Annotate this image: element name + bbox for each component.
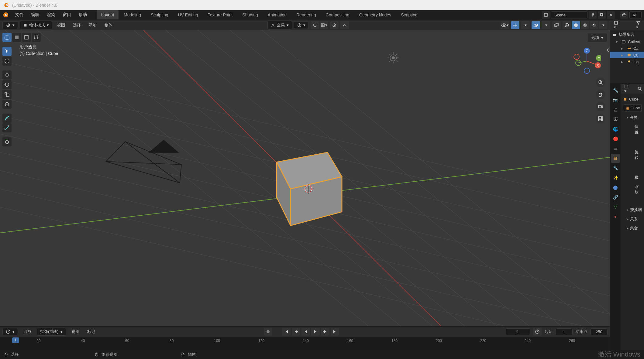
chevron-down-icon[interactable]: ▾ <box>616 39 619 44</box>
timeline-view[interactable]: 视图 <box>69 328 82 335</box>
camera-view-button[interactable] <box>596 102 605 111</box>
pivot-dropdown[interactable]: ▾ <box>294 21 309 29</box>
outliner-filter[interactable]: ▾ <box>634 20 642 30</box>
tool-move[interactable] <box>2 70 12 80</box>
chevron-right-icon[interactable]: ▸ <box>621 53 625 57</box>
tab-texture-paint[interactable]: Texture Paint <box>203 10 237 19</box>
object-name-field[interactable]: ▦ Cube <box>623 104 642 111</box>
3d-viewport[interactable]: + 用户透视 (1) Collection | Cube 选项▾ X Y Z <box>0 30 610 326</box>
prop-tab-collection[interactable]: ▭ <box>611 144 620 153</box>
shading-solid[interactable] <box>572 21 580 29</box>
tab-sculpting[interactable]: Sculpting <box>146 10 173 19</box>
tool-annotate[interactable] <box>2 114 12 123</box>
pin-scene-button[interactable] <box>589 11 597 19</box>
shading-material[interactable] <box>581 21 589 29</box>
tab-uv-editing[interactable]: UV Editing <box>173 10 202 19</box>
tool-rotate[interactable] <box>2 80 12 89</box>
tab-layout[interactable]: Layout <box>97 10 119 19</box>
outliner-scene-collection[interactable]: 场景集合 <box>610 31 644 38</box>
clock-icon[interactable] <box>533 328 542 336</box>
jump-end-button[interactable] <box>331 328 339 336</box>
timeline-keying-dropdown[interactable]: 抠像(插轨) ▾ <box>37 328 66 336</box>
mode-dropdown[interactable]: 物体模式▾ <box>20 21 52 29</box>
scene-browse-button[interactable] <box>542 11 550 19</box>
prop-tab-world[interactable]: 🔴 <box>611 134 620 143</box>
timeline-playback[interactable]: 回放 <box>21 328 34 335</box>
tab-compositing[interactable]: Compositing <box>321 10 354 19</box>
overlay-toggle[interactable] <box>532 21 540 29</box>
select-box-tool[interactable] <box>2 33 12 42</box>
header-add[interactable]: 添加 <box>86 21 100 29</box>
proportional-edit-toggle[interactable] <box>330 21 339 29</box>
timeline-marker[interactable]: 标记 <box>85 328 98 335</box>
prop-tab-data[interactable]: ▽ <box>611 202 620 211</box>
outliner-item-cube[interactable]: ▸ Cu <box>610 52 644 58</box>
viewport-options-dropdown[interactable]: 选项▾ <box>588 33 607 42</box>
prop-tab-particles[interactable]: ✨ <box>611 173 620 182</box>
tool-measure[interactable] <box>2 123 12 132</box>
menu-help[interactable]: 帮助 <box>75 10 90 19</box>
timeline-editor-type[interactable]: ▾ <box>2 328 18 335</box>
xray-toggle[interactable] <box>552 21 561 29</box>
autokey-toggle[interactable] <box>264 328 272 336</box>
snap-toggle[interactable] <box>311 21 319 29</box>
menu-edit[interactable]: 编辑 <box>28 10 43 19</box>
tab-modeling[interactable]: Modeling <box>119 10 146 19</box>
chevron-right-icon[interactable]: ▸ <box>621 46 625 51</box>
prop-section-relations[interactable]: ▸关系 <box>622 214 642 224</box>
keyframe-next-button[interactable] <box>321 328 329 336</box>
shading-dropdown[interactable]: ▾ <box>599 21 608 29</box>
tool-select[interactable] <box>2 47 12 56</box>
menu-window[interactable]: 窗口 <box>60 10 74 19</box>
prop-tab-material[interactable]: ● <box>611 212 620 221</box>
delete-scene-button[interactable] <box>607 11 615 19</box>
prop-tab-scene[interactable]: 🌐 <box>611 125 620 134</box>
header-view[interactable]: 视图 <box>54 21 68 29</box>
tab-geometry-nodes[interactable]: Geometry Nodes <box>354 10 396 19</box>
play-button[interactable] <box>311 328 320 336</box>
perspective-toggle-button[interactable] <box>596 114 605 124</box>
tool-scale[interactable] <box>2 90 12 99</box>
orientation-dropdown[interactable]: 全局▾ <box>267 21 292 29</box>
gizmo-toggle[interactable] <box>511 21 519 29</box>
zoom-button[interactable] <box>596 77 605 87</box>
outliner-item-camera[interactable]: ▸ Ca <box>610 45 644 52</box>
shading-wireframe[interactable] <box>563 21 571 29</box>
visibility-dropdown[interactable]: ▾ <box>501 21 509 29</box>
prop-tab-viewlayer[interactable]: 🖼 <box>611 115 620 124</box>
tool-add-primitive[interactable]: + <box>2 137 12 146</box>
properties-editor-type[interactable]: ▾ <box>622 84 630 94</box>
viewlayer-browse-button[interactable] <box>620 11 628 19</box>
header-select[interactable]: 选择 <box>70 21 84 29</box>
prop-section-delta[interactable]: ▸变换增 <box>622 205 642 214</box>
navigation-gizmo[interactable]: X Y Z <box>573 47 601 75</box>
tab-shading[interactable]: Shading <box>238 10 262 19</box>
tab-rendering[interactable]: Rendering <box>292 10 321 19</box>
snap-dropdown[interactable]: ▾ <box>320 21 328 29</box>
editor-type-dropdown[interactable]: ▾ <box>2 21 18 29</box>
pan-button[interactable] <box>596 90 605 99</box>
prop-section-collections[interactable]: ▸集合 <box>622 224 642 233</box>
viewlayer-name-field[interactable]: Vi <box>629 11 642 19</box>
timeline-track[interactable]: 1 20406080100120140160180200220240260 <box>0 337 610 350</box>
menu-file[interactable]: 文件 <box>12 10 27 19</box>
select-mode-2[interactable] <box>12 33 21 42</box>
tool-transform[interactable] <box>2 100 12 109</box>
gizmo-dropdown[interactable]: ▾ <box>521 21 530 29</box>
prop-tab-output[interactable]: 🖨 <box>611 105 620 114</box>
proportional-falloff-dropdown[interactable] <box>340 21 349 29</box>
play-reverse-button[interactable] <box>301 328 310 336</box>
prop-tab-object[interactable]: ▦ <box>611 154 620 163</box>
outliner-display-mode[interactable]: ▾ <box>612 20 620 30</box>
prop-tab-physics[interactable]: ⬤ <box>611 183 620 192</box>
properties-search-button[interactable] <box>637 86 642 91</box>
menu-render[interactable]: 渲染 <box>44 10 58 19</box>
scene-name-field[interactable]: Scene <box>551 11 587 19</box>
prop-tab-modifiers[interactable]: 🔧 <box>611 163 620 173</box>
tool-cursor[interactable] <box>2 56 12 66</box>
prop-tab-render[interactable]: 📷 <box>611 95 620 104</box>
end-frame-field[interactable]: 250 <box>591 328 608 335</box>
chevron-right-icon[interactable]: ▸ <box>621 60 625 64</box>
prop-section-transform[interactable]: ▾变换 <box>622 113 642 122</box>
shading-rendered[interactable] <box>590 21 598 29</box>
